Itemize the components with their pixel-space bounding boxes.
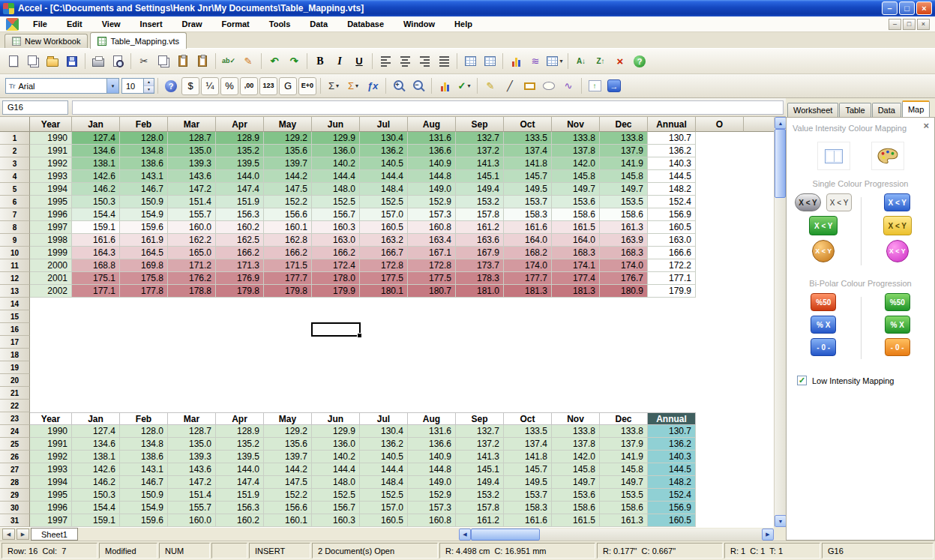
grid-cell[interactable]: 137.2 (456, 145, 504, 157)
blue-mapping-button[interactable]: X < Y (884, 193, 910, 211)
autosum-range-button[interactable]: Σ▾ (344, 77, 362, 95)
grid-cell[interactable]: Mar (168, 412, 216, 425)
percent-format-button[interactable]: % (220, 77, 238, 95)
formula-input[interactable] (72, 100, 784, 115)
grid-cell[interactable]: 129.9 (312, 132, 360, 145)
grid-cell[interactable]: 150.3 (72, 196, 120, 208)
row-header-11[interactable]: 11 (0, 259, 30, 272)
grid-cell[interactable]: 153.6 (552, 489, 600, 502)
blue2-mapping-button[interactable]: - 0 - (811, 338, 836, 356)
grid-cell[interactable]: 161.2 (456, 221, 504, 234)
colour-palette-button[interactable] (871, 142, 904, 170)
grid-cell[interactable]: 162.2 (168, 234, 216, 247)
grid-cell[interactable]: 146.7 (120, 476, 168, 489)
row-header-16[interactable]: 16 (0, 323, 30, 336)
grid-cell[interactable]: 160.0 (168, 514, 216, 527)
grid-cell[interactable]: 165.0 (168, 247, 216, 259)
grid-cell[interactable]: 139.5 (216, 157, 264, 170)
grid-cell[interactable]: 133.5 (504, 425, 552, 438)
menu-data[interactable]: Data (300, 17, 337, 31)
grid-cell[interactable]: 1997 (30, 514, 72, 527)
column-header-o[interactable]: O (696, 117, 744, 132)
panel-tab-map[interactable]: Map (902, 100, 930, 117)
grid-cell[interactable]: 178.3 (456, 272, 504, 285)
grid-cell[interactable]: 153.2 (456, 196, 504, 208)
grid-cell[interactable]: 158.6 (552, 502, 600, 514)
grid-cell[interactable]: 144.4 (360, 170, 408, 183)
insert-chart-button[interactable] (507, 52, 525, 70)
font-size-spinner[interactable]: ▲ ▼ (143, 79, 154, 93)
row-header-27[interactable]: 27 (0, 463, 30, 476)
grid-cell[interactable]: 162.5 (216, 234, 264, 247)
grid-cell[interactable]: 135.0 (168, 438, 216, 451)
grid-cell[interactable]: 156.3 (216, 502, 264, 514)
grid-cell[interactable]: 181.3 (552, 285, 600, 298)
scientific-format-button[interactable]: E+0 (298, 77, 316, 95)
row-header-3[interactable]: 3 (0, 157, 30, 170)
column-header-nov[interactable]: Nov (552, 117, 600, 132)
row-header-4[interactable]: 4 (0, 170, 30, 183)
grid-cell[interactable]: 157.3 (408, 502, 456, 514)
grid-cell[interactable]: 180.1 (360, 285, 408, 298)
print-preview-button[interactable] (109, 52, 127, 70)
grid-cell[interactable]: 162.8 (264, 234, 312, 247)
row-header-5[interactable]: 5 (0, 183, 30, 196)
scroll-up-icon[interactable]: ▲ (775, 117, 787, 129)
grid-cell[interactable]: 142.6 (72, 463, 120, 476)
grid-cell[interactable]: 148.4 (360, 183, 408, 196)
grid-cell[interactable]: 138.1 (72, 157, 120, 170)
vertical-scroll-thumb[interactable] (775, 129, 786, 198)
grid-cell[interactable]: 1995 (30, 196, 72, 208)
grid-cell[interactable]: 177.7 (264, 272, 312, 285)
grid-cell[interactable]: 1991 (30, 145, 72, 157)
select-all-corner[interactable] (0, 117, 30, 132)
grid-cell[interactable]: 160.8 (408, 514, 456, 527)
magenta-round-mapping-button[interactable]: X < Y (886, 240, 909, 262)
grid-cell[interactable]: 149.5 (504, 183, 552, 196)
grid-cell[interactable]: 144.0 (216, 463, 264, 476)
grid-cell[interactable]: 172.8 (408, 259, 456, 272)
grid-cell[interactable]: Apr (216, 412, 264, 425)
grid-cell[interactable]: 137.4 (504, 145, 552, 157)
grid-cell[interactable]: 164.5 (120, 247, 168, 259)
grid-cell[interactable]: 144.0 (216, 170, 264, 183)
grid-cell[interactable]: 157.3 (408, 208, 456, 221)
grid-cell[interactable]: 139.7 (264, 451, 312, 463)
grid-cell[interactable]: 141.3 (456, 451, 504, 463)
grid-cell[interactable]: 129.2 (264, 132, 312, 145)
grid-cell[interactable]: 160.5 (648, 514, 696, 527)
grid-cell[interactable]: Oct (504, 412, 552, 425)
grid-cell[interactable]: 166.2 (264, 247, 312, 259)
grid-cell[interactable]: 151.9 (216, 196, 264, 208)
align-right-button[interactable] (415, 52, 433, 70)
grid-cell[interactable]: 136.0 (312, 145, 360, 157)
grid-cell[interactable]: 134.6 (72, 438, 120, 451)
grid-cell[interactable]: 178.8 (168, 285, 216, 298)
cell-name-box[interactable]: G16 (2, 100, 68, 115)
open-button[interactable] (43, 52, 61, 70)
grid-cell[interactable]: 152.5 (360, 489, 408, 502)
grid-cell[interactable]: 179.8 (216, 285, 264, 298)
grid-cell[interactable]: 163.4 (408, 234, 456, 247)
grid-cell[interactable]: 147.5 (264, 476, 312, 489)
grid-cell[interactable]: 163.6 (456, 234, 504, 247)
grid-cell[interactable]: 135.6 (264, 145, 312, 157)
column-header-sep[interactable]: Sep (456, 117, 504, 132)
grid-cell[interactable]: 1994 (30, 476, 72, 489)
row-header-23[interactable]: 23 (0, 412, 30, 425)
grid-cell[interactable]: Jan (72, 412, 120, 425)
grid-cell[interactable]: 145.8 (552, 463, 600, 476)
grid-cell[interactable]: 141.3 (456, 157, 504, 170)
green-mapping-button[interactable]: X < Y (809, 216, 838, 235)
grid-cell[interactable]: 146.2 (72, 183, 120, 196)
grid-cell[interactable]: 161.6 (504, 514, 552, 527)
grid-cell[interactable]: 135.2 (216, 145, 264, 157)
row-header-2[interactable]: 2 (0, 145, 30, 157)
menu-view[interactable]: View (92, 17, 130, 31)
grid-cell[interactable]: 156.7 (312, 208, 360, 221)
grid-cell[interactable]: 171.3 (216, 259, 264, 272)
grid-cell[interactable]: 131.6 (408, 425, 456, 438)
grid-cell[interactable]: 154.4 (72, 502, 120, 514)
grid-cell[interactable]: 130.4 (360, 425, 408, 438)
row-header-15[interactable]: 15 (0, 310, 30, 323)
